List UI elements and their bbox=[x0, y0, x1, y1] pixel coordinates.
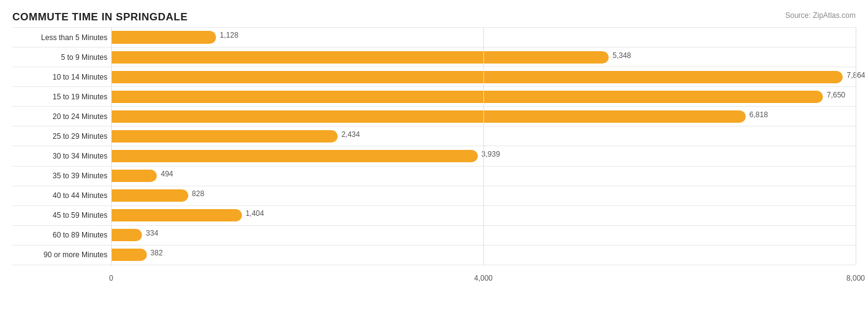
bar-value-label: 334 bbox=[146, 229, 158, 237]
grid-line bbox=[111, 27, 112, 265]
bar-label: 45 to 59 Minutes bbox=[12, 211, 111, 220]
bar-fill: 2,434 bbox=[111, 130, 338, 142]
bar-label: 20 to 24 Minutes bbox=[12, 112, 111, 121]
bar-row: 35 to 39 Minutes494 bbox=[12, 167, 856, 186]
bar-label: 5 to 9 Minutes bbox=[12, 53, 111, 62]
bar-label: 90 or more Minutes bbox=[12, 250, 111, 259]
bar-row: 5 to 9 Minutes5,348 bbox=[12, 47, 856, 67]
bar-label: 35 to 39 Minutes bbox=[12, 171, 111, 180]
bar-label: 60 to 89 Minutes bbox=[12, 231, 111, 239]
x-axis-label: 0 bbox=[109, 274, 114, 283]
chart-container: COMMUTE TIME IN SPRINGDALE Source: ZipAt… bbox=[0, 0, 868, 322]
bar-value-label: 2,434 bbox=[341, 130, 360, 139]
bar-row: 60 to 89 Minutes334 bbox=[12, 226, 856, 246]
bar-fill: 828 bbox=[111, 189, 188, 202]
bar-value-label: 382 bbox=[151, 249, 163, 257]
bar-value-label: 6,818 bbox=[749, 110, 768, 119]
chart-area: Less than 5 Minutes1,1285 to 9 Minutes5,… bbox=[12, 27, 856, 283]
bar-value-label: 1,404 bbox=[246, 209, 264, 218]
bar-label: 25 to 29 Minutes bbox=[12, 132, 111, 141]
bar-row: 25 to 29 Minutes2,434 bbox=[12, 126, 856, 146]
bar-row: 45 to 59 Minutes1,404 bbox=[12, 206, 856, 226]
bar-fill: 334 bbox=[111, 229, 142, 241]
bar-row: 40 to 44 Minutes828 bbox=[12, 186, 856, 206]
bar-fill: 7,650 bbox=[111, 91, 823, 103]
grid-line bbox=[483, 27, 484, 265]
bar-value-label: 3,939 bbox=[482, 150, 500, 159]
bar-row: 15 to 19 Minutes7,650 bbox=[12, 87, 856, 107]
x-axis-label: 8,000 bbox=[846, 274, 865, 283]
bar-label: 15 to 19 Minutes bbox=[12, 93, 111, 101]
bar-value-label: 1,128 bbox=[220, 31, 238, 39]
chart-title: COMMUTE TIME IN SPRINGDALE bbox=[12, 11, 856, 23]
bar-row: Less than 5 Minutes1,128 bbox=[12, 27, 856, 47]
bar-label: 10 to 14 Minutes bbox=[12, 73, 111, 81]
bar-row: 10 to 14 Minutes7,864 bbox=[12, 67, 856, 87]
bar-value-label: 7,650 bbox=[827, 91, 845, 99]
bar-fill: 1,128 bbox=[111, 31, 216, 43]
bar-label: 30 to 34 Minutes bbox=[12, 152, 111, 160]
bar-fill: 5,348 bbox=[111, 51, 609, 64]
bar-fill: 494 bbox=[111, 170, 157, 182]
x-axis-label: 4,000 bbox=[474, 274, 493, 283]
bar-row: 20 to 24 Minutes6,818 bbox=[12, 107, 856, 126]
bar-label: 40 to 44 Minutes bbox=[12, 191, 111, 200]
source-label: Source: ZipAtlas.com bbox=[785, 11, 856, 20]
bar-value-label: 5,348 bbox=[612, 51, 631, 60]
bar-value-label: 828 bbox=[192, 189, 204, 198]
bar-fill: 6,818 bbox=[111, 110, 746, 123]
bar-fill: 3,939 bbox=[111, 150, 478, 162]
bar-fill: 7,864 bbox=[111, 71, 843, 83]
bar-fill: 382 bbox=[111, 249, 147, 261]
bar-fill: 1,404 bbox=[111, 209, 242, 221]
bar-row: 90 or more Minutes382 bbox=[12, 246, 856, 265]
bars-section: Less than 5 Minutes1,1285 to 9 Minutes5,… bbox=[12, 27, 856, 265]
bar-row: 30 to 34 Minutes3,939 bbox=[12, 146, 856, 166]
bar-value-label: 494 bbox=[161, 170, 173, 178]
bar-label: Less than 5 Minutes bbox=[12, 33, 111, 42]
x-axis: 04,0008,000 bbox=[111, 265, 856, 283]
grid-line bbox=[856, 27, 856, 265]
